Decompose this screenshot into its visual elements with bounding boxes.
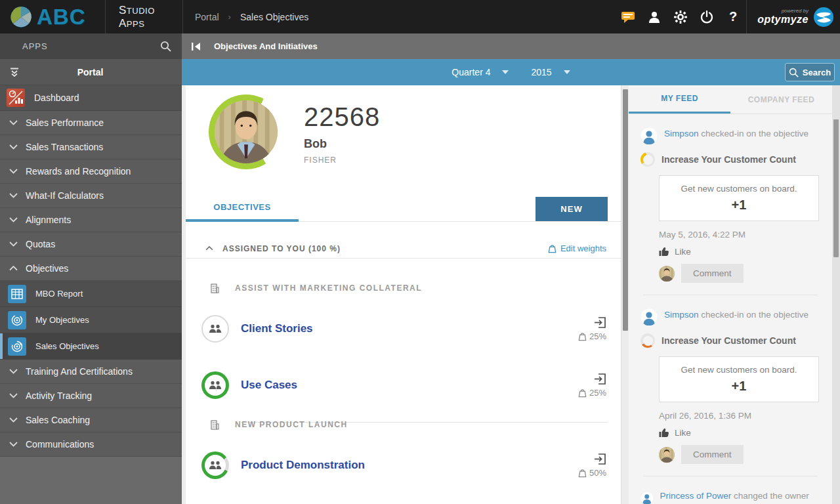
- weight-icon: [578, 332, 587, 341]
- sidebar-item-label: Rewards and Recognition: [26, 166, 131, 177]
- quarter-picker[interactable]: Quarter 4: [452, 67, 509, 77]
- sidebar: APPS Portal Dashboard Sales Performance …: [0, 33, 182, 504]
- person-avatar-icon: [640, 127, 658, 144]
- sidebar-item-sales-transactions[interactable]: Sales Transactions: [0, 135, 182, 159]
- actor-link[interactable]: Simpson: [664, 129, 699, 138]
- weight-icon: [578, 388, 587, 398]
- sidebar-item-sales-performance[interactable]: Sales Performance: [0, 111, 182, 135]
- sidebar-item-communications[interactable]: Communications: [0, 432, 182, 457]
- sidebar-filler: [0, 457, 182, 504]
- objective-title[interactable]: Use Cases: [241, 379, 578, 392]
- feed-item: Simpson checked-in on the objective Incr…: [629, 114, 832, 295]
- sidebar-item-my-objectives[interactable]: My Objectives: [0, 307, 182, 333]
- gear-icon[interactable]: [667, 0, 694, 33]
- actor-link[interactable]: Simpson: [664, 310, 699, 320]
- actor-link[interactable]: Princess of Power: [660, 491, 731, 501]
- comment-row: Comment: [659, 445, 820, 464]
- chevron-down-icon: [9, 120, 18, 125]
- assigned-section-header: ASSIGNED TO YOU (100 %) Edit weights: [186, 239, 621, 259]
- open-objective-icon[interactable]: [594, 373, 606, 385]
- breadcrumb-portal[interactable]: Portal: [195, 12, 219, 22]
- objective-row: Product Demonstration 50%: [186, 440, 621, 490]
- content-scrollbar[interactable]: [621, 85, 629, 504]
- chevron-down-icon: [9, 393, 18, 398]
- feed-action: checked-in on the objective: [701, 129, 808, 138]
- sidebar-item-training-certifications[interactable]: Training And Certifications: [0, 360, 182, 384]
- tab-objectives[interactable]: OBJECTIVES: [186, 194, 299, 222]
- search-button[interactable]: Search: [785, 63, 835, 81]
- sidebar-item-quotas[interactable]: Quotas: [0, 232, 182, 257]
- feed-scrollbar[interactable]: [832, 85, 840, 504]
- building-icon: [211, 420, 219, 430]
- chevron-down-icon: [9, 217, 18, 222]
- sidebar-item-mbo-report[interactable]: MBO Report: [0, 281, 182, 307]
- feed-objective-link[interactable]: Increase Your Customer Count: [662, 154, 796, 165]
- comment-button[interactable]: Comment: [681, 264, 744, 283]
- card-tabs: OBJECTIVES NEW: [186, 194, 621, 222]
- weight-icon: [548, 244, 556, 253]
- sidebar-item-label: Sales Objectives: [35, 341, 99, 351]
- chevron-up-icon[interactable]: [205, 246, 213, 251]
- scrollbar-thumb[interactable]: [833, 119, 839, 257]
- sidebar-item-label: Communications: [26, 439, 94, 450]
- avatar: [215, 100, 278, 163]
- sidebar-item-label: Sales Performance: [26, 117, 104, 128]
- objective-status-ring-icon: [640, 333, 655, 348]
- user-icon[interactable]: [641, 0, 667, 33]
- brand-name: ABC: [37, 5, 86, 30]
- power-icon[interactable]: [694, 0, 720, 33]
- edit-weights-link[interactable]: Edit weights: [548, 243, 606, 253]
- chat-icon[interactable]: [615, 0, 641, 33]
- open-objective-icon[interactable]: [594, 316, 606, 329]
- like-label: Like: [675, 428, 691, 438]
- search-icon[interactable]: [160, 41, 171, 52]
- sidebar-item-objectives[interactable]: Objectives: [0, 257, 182, 281]
- sidebar-item-dashboard[interactable]: Dashboard: [0, 85, 182, 111]
- scrollbar-thumb[interactable]: [623, 89, 628, 331]
- sidebar-item-label: Training And Certifications: [26, 366, 133, 377]
- brand-logo[interactable]: ABC: [0, 5, 105, 30]
- topbar-actions: ? powered by optymyze: [615, 0, 840, 33]
- sidebar-item-activity-tracking[interactable]: Activity Tracking: [0, 384, 182, 408]
- sidebar-item-what-if-calculators[interactable]: What-If Calculators: [0, 184, 182, 208]
- tab-my-feed[interactable]: MY FEED: [629, 85, 730, 114]
- sidebar-item-label: Quotas: [26, 239, 55, 249]
- feed-objective-link[interactable]: Increase Your Customer Count: [662, 335, 796, 346]
- tab-company-feed[interactable]: COMPANY FEED: [730, 85, 832, 114]
- people-icon: [209, 324, 222, 333]
- open-objective-icon[interactable]: [594, 453, 606, 465]
- sidebar-item-alignments[interactable]: Alignments: [0, 208, 182, 232]
- sidebar-item-sales-coaching[interactable]: Sales Coaching: [0, 408, 182, 432]
- objective-weight-value: 25%: [589, 331, 606, 341]
- objective-progress-icon: [201, 452, 229, 479]
- objective-title[interactable]: Client Stories: [241, 322, 578, 335]
- feed-item-text: Simpson checked-in on the objective: [664, 127, 808, 140]
- objective-weight: 25%: [578, 388, 606, 398]
- apps-search-row[interactable]: APPS: [0, 33, 182, 59]
- objective-title[interactable]: Product Demonstration: [241, 459, 578, 472]
- comment-button[interactable]: Comment: [681, 445, 744, 464]
- chevron-down-icon: [502, 70, 509, 74]
- objective-progress-icon: [201, 315, 229, 343]
- feed-panel: MY FEED COMPANY FEED Simpson checked-in …: [629, 85, 832, 504]
- new-objective-button[interactable]: NEW: [536, 197, 608, 221]
- objective-status-ring-icon: [640, 152, 655, 167]
- profile-text: 22568 Bob FISHER: [304, 102, 380, 165]
- sidebar-item-label: MBO Report: [35, 289, 83, 299]
- sidebar-item-label: Sales Transactions: [26, 142, 103, 152]
- sidebar-item-sales-objectives[interactable]: Sales Objectives: [0, 333, 182, 360]
- sidebar-item-rewards-recognition[interactable]: Rewards and Recognition: [0, 159, 182, 184]
- collapse-panel-icon[interactable]: [191, 42, 201, 51]
- building-icon: [211, 284, 219, 293]
- sidebar-item-label: Activity Tracking: [26, 390, 92, 401]
- checkin-delta: +1: [665, 379, 813, 394]
- employee-id: 22568: [304, 102, 380, 132]
- objective-weight: 25%: [578, 331, 606, 341]
- year-picker[interactable]: 2015: [531, 67, 570, 77]
- like-button[interactable]: Like: [659, 428, 820, 438]
- collapse-all-icon[interactable]: [9, 68, 20, 77]
- people-icon: [209, 461, 222, 470]
- like-button[interactable]: Like: [659, 247, 820, 257]
- help-icon[interactable]: ?: [720, 0, 746, 33]
- content-area: 22568 Bob FISHER OBJECTIVES NEW ASSIGNED…: [182, 85, 840, 504]
